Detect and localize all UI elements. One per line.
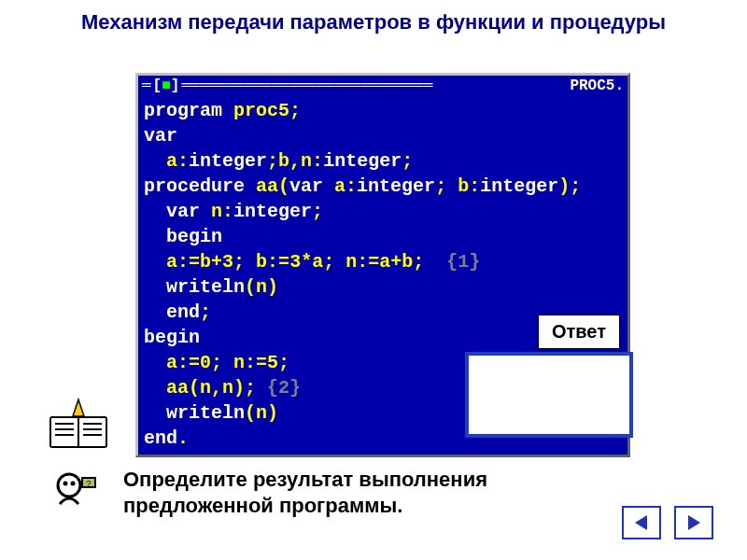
- slide-title: Механизм передачи параметров в функции и…: [0, 0, 747, 44]
- close-icon[interactable]: [■]: [151, 77, 182, 94]
- book-icon[interactable]: [42, 390, 115, 463]
- svg-point-11: [63, 482, 68, 486]
- answer-output-box: [465, 352, 633, 438]
- svg-point-12: [71, 482, 76, 486]
- task-text-line2: предложенной программы.: [123, 493, 487, 519]
- titlebar-dash-mid: ════════════════════════════: [181, 77, 566, 94]
- nav-arrows: [622, 506, 713, 539]
- svg-marker-15: [635, 515, 647, 530]
- answer-button[interactable]: Ответ: [538, 315, 620, 349]
- ide-filename: PROC5.: [566, 77, 627, 94]
- code-line: var: [144, 123, 622, 148]
- code-line: writeln(n): [144, 274, 622, 300]
- thinker-icon[interactable]: ?: [49, 467, 105, 523]
- code-line: program proc5;: [144, 98, 622, 123]
- svg-text:?: ?: [86, 479, 91, 488]
- code-line: a:=b+3; b:=3*a; n:=a+b; {1}: [144, 249, 622, 274]
- task-text-line1: Определите результат выполнения: [123, 467, 487, 493]
- task-text: Определите результат выполнения предложе…: [123, 467, 487, 519]
- code-line: var n:integer;: [144, 199, 622, 224]
- prev-arrow-icon[interactable]: [622, 506, 661, 539]
- titlebar-dash-left: ═: [138, 77, 151, 94]
- svg-marker-9: [73, 399, 84, 416]
- next-arrow-icon[interactable]: [674, 506, 713, 539]
- code-line: procedure aa(var a:integer; b:integer);: [144, 174, 622, 199]
- code-line: begin: [144, 224, 622, 249]
- svg-marker-16: [688, 515, 700, 530]
- code-line: a:integer;b,n:integer;: [144, 148, 622, 174]
- ide-titlebar: ═ [■] ════════════════════════════ PROC5…: [138, 76, 627, 96]
- svg-point-10: [58, 474, 80, 497]
- svg-rect-1: [51, 418, 78, 446]
- ide-window: ═ [■] ════════════════════════════ PROC5…: [135, 73, 630, 457]
- svg-rect-2: [79, 418, 106, 446]
